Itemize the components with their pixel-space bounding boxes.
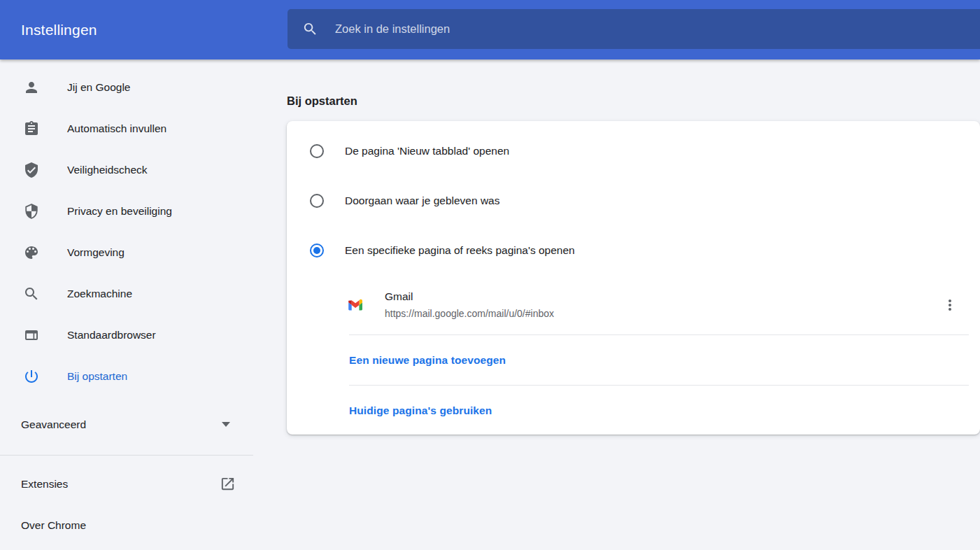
power-icon [23, 368, 40, 385]
startup-page-row: Gmail https://mail.google.com/mail/u/0/#… [287, 275, 980, 334]
open-in-new-icon [220, 476, 236, 492]
sidebar-item-zoekmachine[interactable]: Zoekmachine [0, 273, 253, 314]
magnifier-icon [23, 285, 40, 302]
sidebar-item-over-chrome[interactable]: Over Chrome [0, 505, 253, 546]
search-input[interactable] [334, 22, 980, 36]
radio-button-icon[interactable] [310, 144, 324, 158]
startup-page-info: Gmail https://mail.google.com/mail/u/0/#… [385, 290, 554, 319]
radio-option-label: De pagina 'Nieuw tabblad' openen [345, 145, 509, 157]
use-current-pages-button[interactable]: Huidige pagina's gebruiken [287, 386, 980, 435]
more-options-button[interactable] [942, 297, 958, 313]
use-current-pages-label: Huidige pagina's gebruiken [349, 404, 492, 417]
person-icon [23, 79, 40, 96]
sidebar-item-label: Jij en Google [67, 81, 130, 94]
radio-option-new-tab[interactable]: De pagina 'Nieuw tabblad' openen [287, 126, 980, 176]
palette-icon [23, 244, 40, 261]
sidebar-item-label: Privacy en beveiliging [67, 205, 172, 218]
browser-window-icon [23, 327, 40, 344]
extensions-label: Extensies [21, 478, 220, 491]
radio-button-icon[interactable] [310, 244, 324, 258]
startup-settings-card: De pagina 'Nieuw tabblad' openen Doorgaa… [287, 121, 980, 435]
settings-sidebar: Jij en Google Automatisch invullen Veili… [0, 59, 253, 550]
header-toolbar: Instellingen [0, 0, 980, 59]
sidebar-item-label: Zoekmachine [67, 288, 132, 300]
sidebar-item-label: Vormgeving [67, 246, 125, 259]
advanced-label: Geavanceerd [21, 418, 222, 431]
clipboard-icon [23, 120, 40, 137]
radio-option-continue[interactable]: Doorgaan waar je gebleven was [287, 176, 980, 225]
startup-page-title: Gmail [385, 290, 554, 303]
radio-option-label: Doorgaan waar je gebleven was [345, 195, 499, 207]
sidebar-item-label: Standaardbrowser [67, 329, 156, 341]
radio-button-icon[interactable] [310, 194, 324, 208]
radio-option-label: Een specifieke pagina of reeks pagina's … [345, 244, 575, 257]
add-new-page-button[interactable]: Een nieuwe pagina toevoegen [287, 335, 980, 385]
radio-group: De pagina 'Nieuw tabblad' openen Doorgaa… [287, 121, 980, 275]
section-heading: Bij opstarten [287, 94, 357, 108]
sidebar-item-label: Bij opstarten [67, 370, 127, 383]
sidebar-divider [0, 455, 253, 456]
sidebar-nav: Jij en Google Automatisch invullen Veili… [0, 59, 253, 397]
chevron-down-icon [222, 422, 230, 427]
sidebar-advanced-toggle[interactable]: Geavanceerd [0, 404, 253, 445]
sidebar-item-privacy-en-beveiliging[interactable]: Privacy en beveiliging [0, 190, 253, 232]
sidebar-item-jij-en-google[interactable]: Jij en Google [0, 66, 253, 108]
sidebar-item-standaardbrowser[interactable]: Standaardbrowser [0, 314, 253, 355]
startup-page-url: https://mail.google.com/mail/u/0/#inbox [385, 308, 554, 319]
gmail-icon [348, 298, 362, 312]
settings-search-box [287, 9, 980, 49]
security-shield-icon [23, 203, 40, 220]
sidebar-item-veiligheidscheck[interactable]: Veiligheidscheck [0, 149, 253, 190]
search-icon [302, 21, 318, 37]
sidebar-item-bij-opstarten[interactable]: Bij opstarten [0, 355, 253, 397]
sidebar-item-vormgeving[interactable]: Vormgeving [0, 232, 253, 273]
page-title: Instellingen [21, 22, 97, 38]
sidebar-item-label: Veiligheidscheck [67, 164, 148, 176]
shield-check-icon [23, 162, 40, 178]
radio-option-specific-pages[interactable]: Een specifieke pagina of reeks pagina's … [287, 225, 980, 275]
about-label: Over Chrome [21, 519, 86, 532]
sidebar-item-automatisch-invullen[interactable]: Automatisch invullen [0, 108, 253, 149]
add-new-page-label: Een nieuwe pagina toevoegen [349, 354, 506, 367]
sidebar-item-label: Automatisch invullen [67, 122, 166, 135]
main-content: Bij opstarten De pagina 'Nieuw tabblad' … [253, 59, 980, 550]
sidebar-item-extensies[interactable]: Extensies [0, 463, 253, 505]
